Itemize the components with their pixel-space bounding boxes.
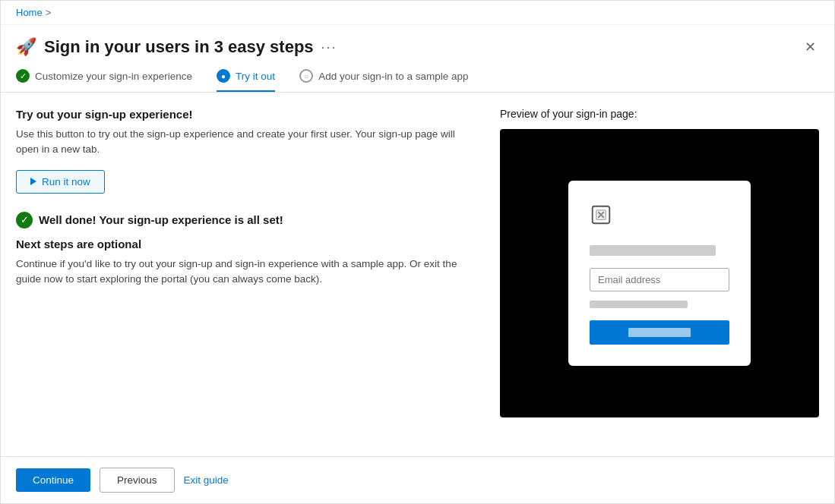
right-panel: Preview of your sign-in page: [500, 108, 819, 456]
step3-label: Add your sign-in to a sample app [318, 71, 468, 82]
close-icon: ✕ [805, 39, 816, 55]
success-text: Well done! Your sign-up experience is al… [39, 213, 283, 226]
try-out-title: Try out your sign-up experience! [16, 108, 470, 121]
next-steps-title: Next steps are optional [16, 238, 470, 250]
signin-title-bar [590, 245, 716, 256]
breadcrumb-home[interactable]: Home [16, 7, 43, 18]
step3-inactive-icon: ○ [299, 69, 313, 83]
signin-subtitle-bar [590, 301, 688, 308]
more-options-icon[interactable]: ··· [321, 39, 337, 55]
preview-label: Preview of your sign-in page: [500, 108, 819, 120]
header-left: 🚀 Sign in your users in 3 easy steps ··· [16, 37, 337, 57]
step2-label: Try it out [236, 71, 275, 82]
breadcrumb-separator: > [46, 7, 52, 18]
step-item-customize[interactable]: ✓ Customize your sign-in experience [16, 69, 192, 92]
signin-logo-icon [590, 203, 729, 232]
rocket-icon: 🚀 [16, 37, 36, 57]
success-check-icon: ✓ [16, 212, 33, 228]
success-row: ✓ Well done! Your sign-up experience is … [16, 212, 470, 228]
signin-button-bar [628, 328, 691, 337]
page-title: Sign in your users in 3 easy steps [44, 37, 314, 57]
run-btn-label: Run it now [42, 176, 90, 187]
step2-active-icon: ● [217, 69, 230, 83]
step-item-tryitout[interactable]: ● Try it out [217, 69, 275, 92]
step1-label: Customize your sign-in experience [35, 71, 192, 82]
left-panel: Try out your sign-up experience! Use thi… [16, 108, 470, 456]
breadcrumb: Home > [1, 1, 834, 25]
footer: Continue Previous Exit guide [1, 456, 834, 503]
steps-bar: ✓ Customize your sign-in experience ● Tr… [1, 58, 834, 92]
preview-frame [500, 129, 819, 417]
step1-check-icon: ✓ [16, 69, 30, 83]
run-it-now-button[interactable]: Run it now [16, 170, 105, 194]
page-header: 🚀 Sign in your users in 3 easy steps ···… [1, 25, 834, 58]
continue-button[interactable]: Continue [16, 468, 90, 492]
next-steps-desc: Continue if you'd like to try out your s… [16, 257, 470, 288]
signin-card [568, 181, 751, 366]
close-button[interactable]: ✕ [802, 36, 819, 58]
try-out-desc: Use this button to try out the sign-up e… [16, 127, 470, 158]
signin-email-input[interactable] [590, 268, 729, 291]
play-icon [30, 178, 36, 185]
signin-submit-button[interactable] [590, 320, 729, 345]
exit-guide-button[interactable]: Exit guide [184, 474, 229, 486]
previous-button[interactable]: Previous [100, 468, 175, 493]
step-item-sampleapp[interactable]: ○ Add your sign-in to a sample app [299, 69, 468, 92]
content-area: Try out your sign-up experience! Use thi… [1, 93, 834, 456]
